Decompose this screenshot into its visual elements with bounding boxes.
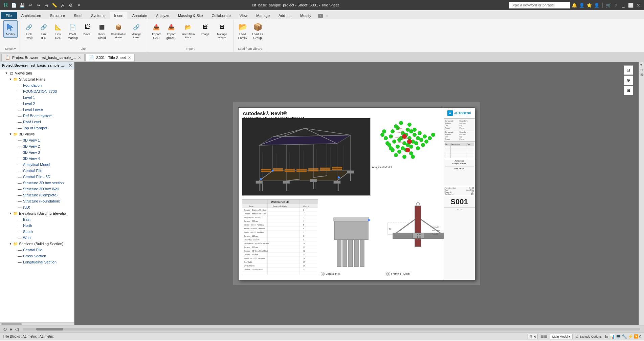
exclude-options-toggle[interactable]: ☑ Exclude Options: [575, 334, 602, 339]
pb-close-button[interactable]: ✕: [68, 63, 72, 68]
manage-images-button[interactable]: 🖼 Manage Images: [213, 20, 231, 40]
tab-file[interactable]: File: [1, 12, 17, 19]
tree-item-roof-level[interactable]: — Roof Level: [0, 119, 74, 125]
tree-item-cross-section[interactable]: — Cross Section: [0, 253, 74, 259]
tab-project-browser[interactable]: 📋 Project Browser - rst_basic_sample_...…: [1, 54, 85, 61]
tab-collaborate[interactable]: Collaborate: [207, 12, 235, 19]
print-button[interactable]: 🖨: [43, 2, 49, 8]
tree-item-ref-beam[interactable]: — Ref Beam system: [0, 113, 74, 119]
tab-structure[interactable]: Structure: [45, 12, 69, 19]
status-filter-icon[interactable]: 🔽: [634, 334, 639, 339]
tree-item-3d-view-3[interactable]: — 3D View 3: [0, 149, 74, 155]
save-button[interactable]: 💾: [19, 2, 25, 8]
drawing-main-3d[interactable]: [242, 118, 371, 196]
tree-item-3d-views[interactable]: ▼ 📁 3D Views: [0, 131, 74, 137]
tab-manage[interactable]: Manage: [252, 12, 274, 19]
detail-level-button[interactable]: ▤ ▤: [540, 335, 547, 338]
tab-s001[interactable]: 📄 S001 - Title Sheet ✕: [85, 54, 134, 61]
main-model-selector[interactable]: Main Model ▾: [550, 334, 573, 339]
tree-item-structure-complete[interactable]: — Structure (Complete): [0, 192, 74, 198]
import-cad-button[interactable]: 📥 ImportCAD: [149, 20, 163, 41]
toggle-3d-views[interactable]: ▼: [8, 132, 13, 136]
drawing-analytical[interactable]: Analytical Model: [372, 118, 438, 169]
account-icon[interactable]: 👤: [579, 2, 585, 8]
pb-scrollbar[interactable]: [1, 323, 22, 325]
tree-item-level2[interactable]: — Level 2: [0, 101, 74, 107]
tab-architecture[interactable]: Architecture: [17, 12, 46, 19]
zoom-in-button[interactable]: ⊕: [624, 76, 633, 85]
status-icon-5[interactable]: ⚡: [628, 334, 633, 339]
tree-item-level-lower[interactable]: — Level Lower: [0, 107, 74, 113]
tree-item-south[interactable]: — South: [0, 229, 74, 235]
tree-item-structure-3d-box-wall[interactable]: — Structure 3D box Wall: [0, 186, 74, 192]
status-icon-3[interactable]: 💻: [616, 334, 621, 339]
tab-view[interactable]: View: [235, 12, 252, 19]
tab-addins[interactable]: Add-Ins: [274, 12, 296, 19]
s001-tab-close[interactable]: ✕: [128, 56, 131, 60]
tree-item-central-pile[interactable]: — Central Pile: [0, 168, 74, 174]
tree-item-3d-view-1[interactable]: — 3D View 1: [0, 137, 74, 143]
tree-item-foundation[interactable]: — Foundation: [0, 82, 74, 88]
tree-item-level1[interactable]: — Level 1: [0, 94, 74, 101]
store-icon[interactable]: 🛒: [605, 2, 612, 8]
status-icon-4[interactable]: 🔧: [622, 334, 627, 339]
dwf-markup-button[interactable]: 📄 DWFMarkup: [66, 20, 80, 41]
tree-item-sections[interactable]: ▼ 📁 Sections (Building Section): [0, 241, 74, 247]
point-cloud-button[interactable]: ⬛ PointCloud: [95, 20, 109, 41]
link-revit-button[interactable]: 🔗 LinkRevit: [22, 20, 36, 41]
notifications-icon[interactable]: 🔔: [571, 2, 577, 8]
insert-from-file-button[interactable]: 📂 Insert from File ▾: [179, 20, 197, 40]
zoom-fit-button[interactable]: ⊡: [624, 65, 633, 75]
tree-item-top-parapet[interactable]: — Top of Parapet: [0, 125, 74, 131]
tree-item-structure-3d-box-section[interactable]: — Structure 3D box section: [0, 180, 74, 186]
tree-item-west[interactable]: — West: [0, 235, 74, 241]
panel-icon-1[interactable]: ⊡: [640, 68, 643, 72]
tab-systems[interactable]: Systems: [87, 12, 110, 19]
toggle-views-all[interactable]: ▼: [4, 71, 9, 76]
help-icon[interactable]: ?: [613, 2, 619, 8]
nav-back-button[interactable]: ⟲: [3, 326, 7, 332]
star-icon[interactable]: ⭐: [586, 2, 592, 8]
view-options-button[interactable]: ⊞: [624, 86, 633, 95]
toggle-sections[interactable]: ▼: [8, 241, 13, 246]
tree-item-east[interactable]: — East: [0, 216, 74, 222]
tree-item-3d-view-2[interactable]: — 3D View 2: [0, 143, 74, 149]
more-button[interactable]: ▾: [76, 2, 82, 8]
tree-item-longitudinal-section[interactable]: — Longitudinal Section: [0, 259, 74, 265]
image-button[interactable]: 🖼 Image: [198, 20, 212, 38]
tab-insert[interactable]: Insert: [110, 12, 128, 19]
nav-record-button[interactable]: ●: [9, 326, 12, 332]
status-icon-1[interactable]: 🖥: [604, 334, 609, 339]
tree-item-structure-foundation[interactable]: — Structure (Foundation): [0, 198, 74, 204]
tab-massing[interactable]: Massing & Site: [174, 12, 207, 19]
tree-item-north[interactable]: — North: [0, 222, 74, 229]
toggle-structural-plans[interactable]: ▼: [8, 77, 13, 82]
link-ifc-button[interactable]: 🔗 LinkIFC: [37, 20, 51, 41]
h-scrollbar-track[interactable]: [23, 328, 640, 331]
tree-item-3d-view-4[interactable]: — 3D View 4: [0, 155, 74, 162]
pb-tab-close[interactable]: ✕: [78, 56, 81, 60]
tree-item-elevations[interactable]: ▼ 📁 Elevations (Building Elevatio: [0, 210, 74, 216]
model-status-area[interactable]: ⚙ :0: [528, 334, 538, 339]
decal-button[interactable]: 🖼 Decal: [80, 20, 94, 38]
tab-steel[interactable]: Steel: [69, 12, 87, 19]
drawing-schedule[interactable]: Wall Schedule Type Assembly Code Count E…: [242, 199, 318, 275]
manage-links-button[interactable]: 🔗 Manage Links: [128, 20, 145, 40]
canvas-area[interactable]: ⊡ ⊕ ⊞ Autodesk® Revit® Basic Structural …: [74, 62, 639, 325]
user-icon[interactable]: 👤: [594, 2, 600, 8]
panel-icon-2[interactable]: ⊠: [640, 73, 643, 77]
drawing-central-pile[interactable]: ② Central Pile: [321, 199, 383, 275]
close-button[interactable]: ✕: [635, 2, 641, 8]
tree-item-central-pile-3d[interactable]: — Central Pile - 3D: [0, 174, 74, 180]
import-gbxml-button[interactable]: 📥 ImportgbXML: [164, 20, 178, 41]
nav-prev-button[interactable]: ◁: [15, 326, 19, 332]
search-input[interactable]: [509, 2, 570, 8]
context-dropdown[interactable]: ▾: [324, 13, 330, 19]
tab-analyze[interactable]: Analyze: [152, 12, 174, 19]
new-button[interactable]: 📄: [11, 2, 17, 8]
link-cad-button[interactable]: 📐 LinkCAD: [51, 20, 65, 41]
tab-modify[interactable]: Modify: [296, 12, 315, 19]
minimize-button[interactable]: _: [620, 2, 626, 8]
h-scrollbar-thumb[interactable]: [36, 328, 63, 331]
status-icon-2[interactable]: 📊: [609, 334, 615, 339]
